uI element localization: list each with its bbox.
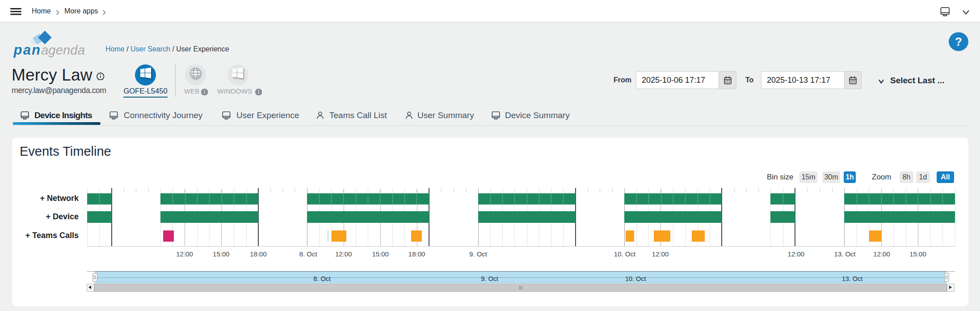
svg-text:agenda: agenda — [41, 43, 85, 57]
svg-text:pan: pan — [13, 42, 42, 58]
